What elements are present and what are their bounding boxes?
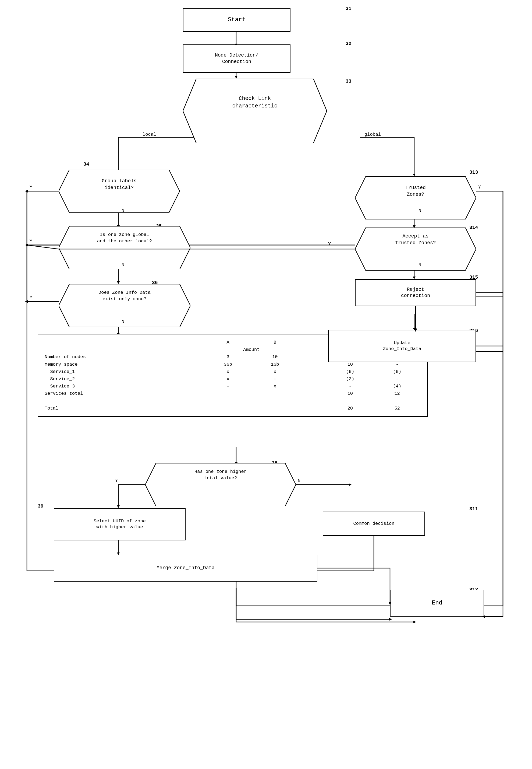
- zone-info-shape: Does Zone_Info_Dataexist only once?: [59, 284, 190, 327]
- node-label-311: 311: [469, 506, 478, 511]
- svg-marker-9: [413, 174, 416, 176]
- n-label-35: N: [122, 263, 124, 268]
- node-label-31: 31: [346, 6, 352, 11]
- svg-marker-54: [413, 621, 416, 623]
- higher-value-shape: Has one zone highertotal value?: [145, 463, 296, 506]
- svg-marker-17: [117, 281, 120, 284]
- accept-trusted-shape: Accept asTrusted Zones?: [355, 228, 476, 271]
- n-label-38: N: [298, 478, 300, 483]
- merge-zone-box: Merge Zone_Info_Data: [54, 555, 317, 582]
- y-label-36: Y: [30, 295, 32, 300]
- update-zone-box: Update Zone_Info_Data: [328, 330, 476, 362]
- svg-marker-28: [349, 483, 352, 486]
- one-zone-shape: Is one zone globaland the other local?: [59, 226, 190, 269]
- y-label-314: Y: [328, 242, 331, 247]
- node-detection-box: Node Detection/ Connection: [183, 44, 290, 73]
- svg-marker-26: [117, 505, 120, 508]
- n-label-34: N: [122, 208, 124, 213]
- y-label-35: Y: [30, 239, 32, 244]
- svg-marker-3: [235, 76, 237, 79]
- svg-marker-19: [25, 300, 28, 303]
- end-box: End: [390, 590, 484, 617]
- node-label-32: 32: [346, 41, 352, 46]
- n-label-36: N: [122, 319, 124, 324]
- local-label: local: [143, 132, 156, 137]
- start-box: Start: [183, 8, 290, 32]
- check-link-shape: Check Linkcharacteristic: [183, 79, 327, 143]
- select-uuid-box: Select UUID of zone with higher value: [54, 508, 186, 540]
- flowchart-diagram: 31 Start 32 Node Detection/ Connection 3…: [0, 0, 532, 769]
- svg-marker-45: [413, 277, 416, 279]
- reject-box: Reject connection: [355, 279, 476, 306]
- y-label-34: Y: [30, 185, 32, 190]
- svg-marker-78: [389, 618, 392, 621]
- svg-marker-11: [25, 190, 28, 193]
- group-labels-shape: Group labelsidentical?: [59, 169, 180, 213]
- n-label-313: N: [418, 208, 421, 213]
- node-label-33: 33: [346, 79, 352, 84]
- global-label: global: [364, 132, 381, 137]
- svg-line-75: [27, 245, 59, 249]
- svg-marker-15: [25, 244, 28, 246]
- node-label-34: 34: [83, 161, 89, 167]
- node-label-313: 313: [469, 169, 478, 175]
- y-label-38: Y: [115, 478, 118, 483]
- common-decision-box: Common decision: [323, 511, 425, 536]
- trusted-zones-shape: TrustedZones?: [355, 176, 476, 220]
- y-label-313: Y: [478, 185, 481, 190]
- node-label-39: 39: [38, 503, 44, 509]
- n-label-314: N: [418, 263, 421, 268]
